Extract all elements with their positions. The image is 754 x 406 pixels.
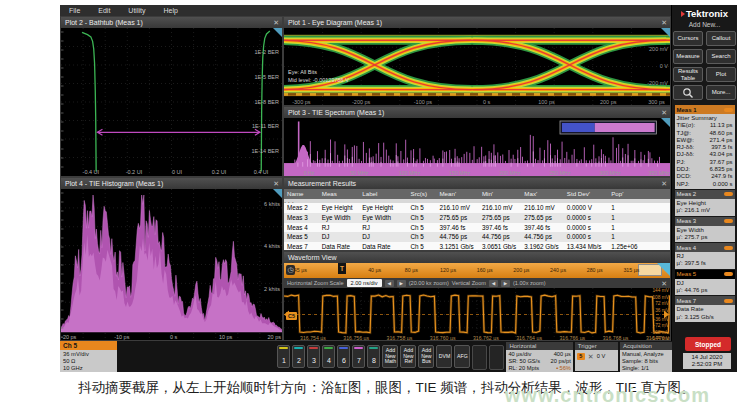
sidebar-button-more-[interactable]: More... bbox=[706, 85, 736, 100]
plot-histogram-titlebar[interactable]: Plot 4 - TIE Histogram (Meas 1) ✕ bbox=[61, 178, 282, 189]
channel-5-setting: 10 GHz bbox=[63, 365, 117, 372]
meas-badge-meas-7[interactable]: Meas 7Data Rateµ': 3.125 Gb/s bbox=[675, 296, 735, 322]
meas-line: µ': 216.1 mV bbox=[677, 207, 733, 214]
meas-badge-meas-5[interactable]: Meas 5DJµ': 44.76 ps bbox=[675, 270, 735, 296]
channel-color-stripe bbox=[324, 347, 333, 349]
menu-edit[interactable]: Edit bbox=[98, 7, 110, 14]
results-cell: 1 bbox=[608, 203, 639, 213]
meas-line: µ': 3.125 Gb/s bbox=[677, 314, 733, 321]
channel-button-8[interactable]: 8 bbox=[367, 345, 380, 368]
channel-button-7[interactable]: 7 bbox=[352, 345, 365, 368]
sidebar-button-measure[interactable]: Measure bbox=[673, 49, 703, 64]
sidebar-button-search[interactable]: Search bbox=[706, 49, 736, 64]
table-row[interactable]: Meas 4RJRJCh 5397.46 fs397.46 fs397.46 f… bbox=[284, 223, 670, 233]
results-title: Measurement Results bbox=[288, 178, 356, 189]
channel-button-4[interactable]: 4 bbox=[322, 345, 335, 368]
plot-handle-icon[interactable] bbox=[661, 28, 670, 37]
meas-summary-row: DDJ:6.835 ps bbox=[677, 166, 733, 173]
meas-color-pill bbox=[724, 108, 733, 112]
results-cell: Ch 5 bbox=[408, 213, 437, 223]
button-add-new-bus[interactable]: Add New Bus bbox=[418, 345, 434, 368]
channel-color-stripe bbox=[354, 347, 363, 349]
sidebar-button-cursors[interactable]: Cursors bbox=[673, 31, 703, 46]
plot-eye-titlebar[interactable]: Plot 1 - Eye Diagram (Meas 1) ✕ bbox=[284, 17, 670, 28]
acquisition-panel[interactable]: Acquisition Manual, AnalyzeSample: 8 bit… bbox=[620, 342, 672, 371]
horizontal-panel[interactable]: Horizontal 40 µs/div400 µsSR: 50 GS/s20 … bbox=[506, 342, 572, 371]
horizontal-panel-title: Horizontal bbox=[506, 342, 572, 350]
hzoom-increase-button[interactable]: ▶ bbox=[397, 280, 406, 287]
hzoom-scale-value[interactable]: 2.00 ns/div bbox=[347, 279, 382, 287]
results-cell: DJ bbox=[359, 232, 407, 242]
hzoom-decrease-button[interactable]: ◀ bbox=[385, 280, 394, 287]
results-header-cell: Meas bbox=[319, 189, 360, 199]
record-overview-bar[interactable]: ◷ T -45 µs40 µs80 µs120 µs160 µs200 µs24… bbox=[284, 263, 670, 278]
vzoom-decrease-button[interactable]: ◀ bbox=[489, 280, 498, 287]
table-row[interactable]: Meas 2Eye HeightEye HeightCh 5216.10 mV2… bbox=[284, 203, 670, 213]
vzoom-increase-button[interactable]: ▶ bbox=[501, 280, 510, 287]
trigger-source-badge: 5 bbox=[577, 353, 585, 360]
meas-value: 271.4 ps bbox=[709, 137, 732, 144]
meas-summary-row: TJ@:48.60 ps bbox=[677, 130, 733, 137]
plot-handle-icon[interactable] bbox=[661, 118, 670, 127]
meas-badge-id: Meas 5 bbox=[677, 271, 697, 277]
results-titlebar[interactable]: Measurement Results ✕ bbox=[284, 178, 670, 189]
empty-slot-button[interactable] bbox=[489, 345, 504, 370]
channel-5-setting: 50 Ω bbox=[63, 358, 117, 365]
run-stop-status-button[interactable]: Stopped bbox=[685, 337, 731, 351]
meas-badge-meas-1[interactable]: Meas 1Jitter SummaryTIE(σ):11.13 psTJ@:4… bbox=[675, 105, 735, 189]
screenshot-page: { "app": { "menu": ["File", "Edit", "Uti… bbox=[0, 0, 754, 406]
close-icon[interactable]: ✕ bbox=[661, 109, 667, 116]
plot-bathtub-titlebar[interactable]: Plot 2 - Bathtub (Meas 1) ✕ bbox=[61, 17, 282, 28]
button-add-new-math[interactable]: Add New Math bbox=[382, 345, 398, 368]
meas-badge-meas-2[interactable]: Meas 2Eye Heightµ': 216.1 mV bbox=[675, 190, 735, 216]
afg-button[interactable]: AFG bbox=[454, 345, 470, 368]
svg-text:-200 mV: -200 mV bbox=[647, 80, 668, 86]
results-cell: Meas 3 bbox=[284, 213, 319, 223]
results-header-cell: Mean' bbox=[436, 189, 478, 199]
meas-key: DCD: bbox=[677, 173, 692, 180]
close-icon[interactable]: ✕ bbox=[661, 19, 667, 26]
trigger-panel[interactable]: Trigger 5 ✕ 0 V bbox=[575, 342, 618, 371]
acquisition-setting: Sample: 8 bits bbox=[622, 358, 670, 365]
trigger-position-marker[interactable]: T bbox=[338, 263, 346, 274]
table-row[interactable]: Meas 5DJDJCh 544.756 ps44.756 ps44.756 p… bbox=[284, 232, 670, 242]
measurement-results-panel: Measurement Results ✕ NameMeasLabelSrc(s… bbox=[283, 177, 671, 251]
results-cell: 1 bbox=[608, 213, 639, 223]
sidebar-button-results-table[interactable]: Results Table bbox=[673, 67, 703, 82]
plot-handle-icon[interactable] bbox=[273, 28, 282, 37]
overview-time-label: 120 µs bbox=[440, 267, 456, 273]
dvm-button[interactable]: DVM bbox=[436, 345, 452, 368]
channel-button-2[interactable]: 2 bbox=[292, 345, 305, 368]
svg-text:100 ps: 100 ps bbox=[538, 99, 555, 105]
empty-slot-button[interactable] bbox=[472, 345, 487, 370]
close-icon[interactable]: ✕ bbox=[273, 180, 279, 187]
channel-5-waveform-badge[interactable]: C5 bbox=[286, 312, 297, 320]
menu-file[interactable]: File bbox=[69, 7, 80, 14]
close-icon[interactable]: ✕ bbox=[661, 180, 667, 187]
waveform-view-titlebar[interactable]: Waveform View bbox=[284, 252, 670, 263]
menu-utility[interactable]: Utility bbox=[128, 7, 145, 14]
channel-5-badge[interactable]: Ch 5 36 mV/div50 Ω10 GHz bbox=[60, 341, 117, 372]
horizontal-setting-row: SR: 50 GS/s20 ps/pt bbox=[508, 358, 570, 365]
channel-button-6[interactable]: 6 bbox=[337, 345, 350, 368]
overview-time-label: 160 µs bbox=[477, 267, 493, 273]
close-icon[interactable]: ✕ bbox=[661, 280, 667, 287]
sidebar-button-plot[interactable]: Plot bbox=[706, 67, 736, 82]
meas-badge-meas-4[interactable]: Meas 4RJµ': 397.5 fs bbox=[675, 243, 735, 269]
meas-key: TJ@: bbox=[677, 130, 691, 137]
table-row[interactable]: Meas 7Data RateData RateCh 53.1251 Gb/s3… bbox=[284, 242, 670, 251]
plot-spectrum-titlebar[interactable]: Plot 3 - TIE Spectrum (Meas 1) ✕ bbox=[284, 107, 670, 118]
sidebar-button-callout[interactable]: Callout bbox=[706, 31, 736, 46]
overview-handle-icon[interactable] bbox=[657, 263, 670, 276]
meas-summary-title: Jitter Summary bbox=[677, 115, 733, 122]
table-row[interactable]: Meas 3Eye WidthEye WidthCh 5275.65 ps275… bbox=[284, 213, 670, 223]
meas-badge-meas-3[interactable]: Meas 3Eye Widthµ': 275.7 ps bbox=[675, 217, 735, 243]
menu-help[interactable]: Help bbox=[163, 7, 177, 14]
channel-button-1[interactable]: 1 bbox=[277, 345, 290, 368]
button-add-new-ref[interactable]: Add New Ref bbox=[400, 345, 416, 368]
sidebar-button-zoom[interactable] bbox=[673, 85, 703, 100]
plot-handle-icon[interactable] bbox=[273, 189, 282, 198]
results-cell: 275.65 ps bbox=[521, 213, 563, 223]
channel-button-3[interactable]: 3 bbox=[307, 345, 320, 368]
close-icon[interactable]: ✕ bbox=[273, 19, 279, 26]
